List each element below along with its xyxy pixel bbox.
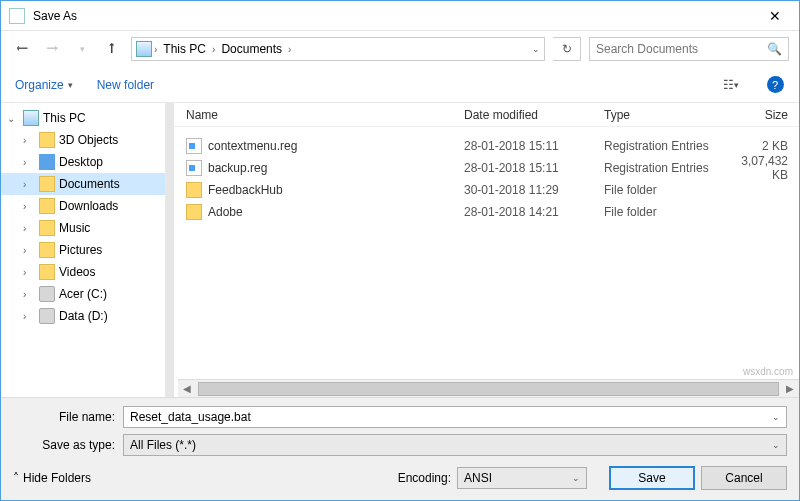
chevron-up-icon: ˄ (13, 471, 19, 485)
chevron-down-icon[interactable]: ⌄ (7, 113, 19, 124)
history-dropdown[interactable]: ▾ (71, 38, 93, 60)
chevron-down-icon: ▾ (68, 80, 73, 90)
folder-icon (39, 198, 55, 214)
search-input[interactable]: Search Documents 🔍 (589, 37, 789, 61)
breadcrumb-folder[interactable]: Documents (217, 42, 286, 56)
refresh-button[interactable]: ↻ (553, 37, 581, 61)
app-icon (9, 8, 25, 24)
filename-input[interactable]: Reset_data_usage.bat ⌄ (123, 406, 787, 428)
search-placeholder: Search Documents (596, 42, 698, 56)
hide-folders-button[interactable]: ˄ Hide Folders (13, 471, 91, 485)
up-button[interactable]: 🠕 (101, 38, 123, 60)
chevron-down-icon[interactable]: ⌄ (572, 473, 580, 483)
chevron-down-icon[interactable]: ⌄ (772, 412, 780, 422)
window-title: Save As (33, 9, 759, 23)
folder-icon (186, 204, 202, 220)
cancel-button[interactable]: Cancel (701, 466, 787, 490)
folder-icon (186, 182, 202, 198)
folder-icon (39, 132, 55, 148)
scroll-thumb[interactable] (198, 382, 779, 396)
filename-label: File name: (13, 410, 123, 424)
chevron-right-icon[interactable]: › (23, 245, 35, 256)
folder-icon (39, 242, 55, 258)
reg-file-icon (186, 160, 202, 176)
navbar: 🠔 🠖 ▾ 🠕 › This PC › Documents › ⌄ ↻ Sear… (1, 31, 799, 67)
folder-icon (39, 176, 55, 192)
pc-icon (23, 110, 39, 126)
saveastype-select[interactable]: All Files (*.*) ⌄ (123, 434, 787, 456)
file-list: contextmenu.reg 28-01-2018 15:11 Registr… (166, 127, 799, 379)
desktop-icon (39, 154, 55, 170)
drive-icon (39, 308, 55, 324)
save-as-dialog: Save As ✕ 🠔 🠖 ▾ 🠕 › This PC › Documents … (0, 0, 800, 501)
tree-item-acer-c[interactable]: › Acer (C:) (1, 283, 165, 305)
file-list-pane: Name Date modified Type Size contextmenu… (166, 103, 799, 397)
saveastype-label: Save as type: (13, 438, 123, 452)
tree-item-documents[interactable]: › Documents (1, 173, 165, 195)
back-button[interactable]: 🠔 (11, 38, 33, 60)
tree-item-data-d[interactable]: › Data (D:) (1, 305, 165, 327)
chevron-right-icon[interactable]: › (23, 179, 35, 190)
encoding-label: Encoding: (398, 471, 451, 485)
tree-item-music[interactable]: › Music (1, 217, 165, 239)
chevron-right-icon[interactable]: › (23, 223, 35, 234)
tree-item-pictures[interactable]: › Pictures (1, 239, 165, 261)
chevron-right-icon[interactable]: › (23, 157, 35, 168)
tree-item-downloads[interactable]: › Downloads (1, 195, 165, 217)
scroll-left-icon[interactable]: ◀ (178, 383, 196, 394)
chevron-right-icon[interactable]: › (212, 44, 215, 55)
view-options-button[interactable]: ☷ ▾ (721, 78, 741, 92)
body: ⌄ This PC › 3D Objects › Desktop › Docum… (1, 103, 799, 397)
save-button[interactable]: Save (609, 466, 695, 490)
organize-button[interactable]: Organize ▾ (15, 78, 73, 92)
chevron-right-icon[interactable]: › (23, 311, 35, 322)
address-bar[interactable]: › This PC › Documents › ⌄ (131, 37, 545, 61)
pc-icon (136, 41, 152, 57)
chevron-right-icon[interactable]: › (288, 44, 291, 55)
reg-file-icon (186, 138, 202, 154)
tree-item-desktop[interactable]: › Desktop (1, 151, 165, 173)
action-row: ˄ Hide Folders Encoding: ANSI ⌄ Save Can… (13, 462, 787, 492)
tree-item-videos[interactable]: › Videos (1, 261, 165, 283)
address-dropdown-icon[interactable]: ⌄ (526, 44, 540, 54)
header-type[interactable]: Type (604, 108, 736, 122)
scroll-right-icon[interactable]: ▶ (781, 383, 799, 394)
column-headers: Name Date modified Type Size (166, 103, 799, 127)
header-size[interactable]: Size (736, 108, 796, 122)
chevron-right-icon[interactable]: › (23, 135, 35, 146)
file-row[interactable]: backup.reg 28-01-2018 15:11 Registration… (186, 157, 799, 179)
header-date[interactable]: Date modified (464, 108, 604, 122)
file-row[interactable]: contextmenu.reg 28-01-2018 15:11 Registr… (186, 135, 799, 157)
chevron-right-icon[interactable]: › (23, 267, 35, 278)
filename-row: File name: Reset_data_usage.bat ⌄ (13, 406, 787, 428)
close-button[interactable]: ✕ (759, 4, 791, 28)
search-icon: 🔍 (767, 42, 782, 56)
new-folder-button[interactable]: New folder (97, 78, 154, 92)
encoding-select[interactable]: ANSI ⌄ (457, 467, 587, 489)
file-row[interactable]: FeedbackHub 30-01-2018 11:29 File folder (186, 179, 799, 201)
breadcrumb-root[interactable]: This PC (159, 42, 210, 56)
saveastype-row: Save as type: All Files (*.*) ⌄ (13, 434, 787, 456)
tree-sidebar: ⌄ This PC › 3D Objects › Desktop › Docum… (1, 103, 166, 397)
folder-icon (39, 220, 55, 236)
watermark: wsxdn.com (743, 366, 793, 377)
tree-item-3d-objects[interactable]: › 3D Objects (1, 129, 165, 151)
drive-icon (39, 286, 55, 302)
header-name[interactable]: Name (186, 108, 464, 122)
file-row[interactable]: Adobe 28-01-2018 14:21 File folder (186, 201, 799, 223)
bottom-panel: File name: Reset_data_usage.bat ⌄ Save a… (1, 397, 799, 500)
chevron-right-icon[interactable]: › (23, 201, 35, 212)
chevron-right-icon[interactable]: › (154, 44, 157, 55)
horizontal-scrollbar[interactable]: ◀ ▶ (178, 379, 799, 397)
splitter[interactable] (166, 103, 174, 397)
titlebar: Save As ✕ (1, 1, 799, 31)
forward-button[interactable]: 🠖 (41, 38, 63, 60)
tree-root-this-pc[interactable]: ⌄ This PC (1, 107, 165, 129)
chevron-down-icon[interactable]: ⌄ (772, 440, 780, 450)
folder-icon (39, 264, 55, 280)
toolbar: Organize ▾ New folder ☷ ▾ ? (1, 67, 799, 103)
chevron-right-icon[interactable]: › (23, 289, 35, 300)
help-button[interactable]: ? (765, 76, 785, 93)
